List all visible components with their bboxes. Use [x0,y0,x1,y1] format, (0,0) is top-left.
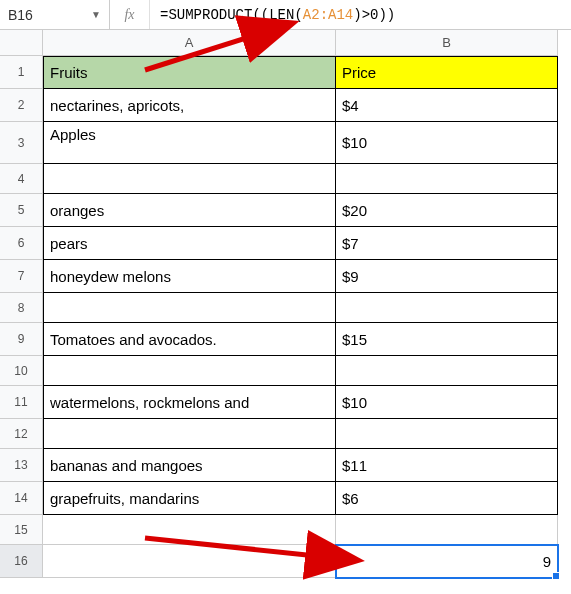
row-header[interactable]: 8 [0,293,43,323]
cell-b10[interactable] [336,356,558,386]
chevron-down-icon[interactable]: ▼ [91,9,101,20]
row-header[interactable]: 9 [0,323,43,356]
cell-a1[interactable]: Fruits [43,56,336,89]
row-header[interactable]: 2 [0,89,43,122]
cell-a4[interactable] [43,164,336,194]
row-header[interactable]: 5 [0,194,43,227]
cell-b13[interactable]: $11 [336,449,558,482]
cell-a13[interactable]: bananas and mangoes [43,449,336,482]
row-header[interactable]: 14 [0,482,43,515]
cell-a9[interactable]: Tomatoes and avocados. [43,323,336,356]
cell-b1[interactable]: Price [336,56,558,89]
spreadsheet-grid: A B 1 Fruits Price 2 nectarines, apricot… [0,30,571,578]
row-header[interactable]: 7 [0,260,43,293]
formula-range: A2:A14 [303,7,353,23]
cell-b5[interactable]: $20 [336,194,558,227]
cell-b6[interactable]: $7 [336,227,558,260]
row-header[interactable]: 15 [0,515,43,545]
name-box-value: B16 [8,7,33,23]
cell-a6[interactable]: pears [43,227,336,260]
cell-b16[interactable]: 9 [336,545,558,578]
cell-b2[interactable]: $4 [336,89,558,122]
cell-b12[interactable] [336,419,558,449]
cell-a16[interactable] [43,545,336,578]
cell-a3[interactable]: Apples [43,122,336,164]
cell-b8[interactable] [336,293,558,323]
formula-text-prefix: =SUMPRODUCT((LEN( [160,7,303,23]
formula-text-suffix: )>0)) [353,7,395,23]
row-header[interactable]: 12 [0,419,43,449]
cell-b3[interactable]: $10 [336,122,558,164]
cell-b9[interactable]: $15 [336,323,558,356]
cell-a14[interactable]: grapefruits, mandarins [43,482,336,515]
cell-b11[interactable]: $10 [336,386,558,419]
cell-a2[interactable]: nectarines, apricots, [43,89,336,122]
cell-b4[interactable] [336,164,558,194]
col-header-b[interactable]: B [336,30,558,56]
cell-b14[interactable]: $6 [336,482,558,515]
row-header[interactable]: 11 [0,386,43,419]
formula-input[interactable]: =SUMPRODUCT((LEN(A2:A14)>0)) [150,0,571,29]
cell-a10[interactable] [43,356,336,386]
cell-b15[interactable] [336,515,558,545]
cell-a8[interactable] [43,293,336,323]
row-header[interactable]: 13 [0,449,43,482]
name-box[interactable]: B16 ▼ [0,0,110,29]
row-header[interactable]: 1 [0,56,43,89]
row-header[interactable]: 6 [0,227,43,260]
cell-a12[interactable] [43,419,336,449]
cell-a5[interactable]: oranges [43,194,336,227]
formula-bar: B16 ▼ fx =SUMPRODUCT((LEN(A2:A14)>0)) [0,0,571,30]
cell-a11[interactable]: watermelons, rockmelons and [43,386,336,419]
col-header-a[interactable]: A [43,30,336,56]
cell-a15[interactable] [43,515,336,545]
cell-b7[interactable]: $9 [336,260,558,293]
select-all-corner[interactable] [0,30,43,56]
fx-icon: fx [110,0,150,29]
row-header[interactable]: 16 [0,545,43,578]
row-header[interactable]: 10 [0,356,43,386]
cell-a7[interactable]: honeydew melons [43,260,336,293]
row-header[interactable]: 4 [0,164,43,194]
row-header[interactable]: 3 [0,122,43,164]
